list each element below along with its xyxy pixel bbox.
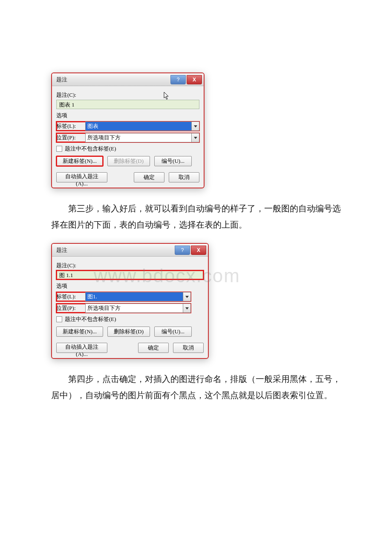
label-row: 标签(L): 图1. xyxy=(56,292,191,301)
exclude-label-text: 题注中不包含标签(E) xyxy=(65,145,116,153)
position-combo-value: 所选项目下方 xyxy=(87,304,121,312)
dialog-title: 题注 xyxy=(56,76,67,84)
label-combo[interactable]: 图1. xyxy=(85,292,191,301)
dialog-title: 题注 xyxy=(56,246,67,254)
position-combo[interactable]: 所选项目下方 xyxy=(85,133,199,142)
chevron-down-icon[interactable] xyxy=(191,122,199,130)
label-button-row: 新建标签(N)... 删除标签(D) 编号(U)... xyxy=(56,327,204,337)
caption-input[interactable]: 图 1.1 xyxy=(56,270,204,280)
step3-paragraph: 第三步，输入好后，就可以看到自动编号的样子了，一般图的自动编号选择在图片的下面，… xyxy=(51,200,341,233)
step4-paragraph: 第四步，点击确定，对插入的图进行命名，排版（一般采用黑体，五号，居中），自动编号… xyxy=(51,371,341,403)
numbering-button[interactable]: 编号(U)... xyxy=(154,327,192,337)
footer-row: 自动插入题注(A)... 确定 取消 xyxy=(56,172,199,182)
auto-caption-button[interactable]: 自动插入题注(A)... xyxy=(56,172,107,182)
ok-button[interactable]: 确定 xyxy=(138,343,169,353)
options-title: 选项 xyxy=(56,112,199,119)
delete-label-button: 删除标签(D) xyxy=(107,156,150,166)
exclude-label-row: 题注中不包含标签(E) xyxy=(56,315,204,323)
exclude-label-row: 题注中不包含标签(E) xyxy=(56,145,199,153)
ok-button[interactable]: 确定 xyxy=(134,172,164,182)
exclude-label-checkbox[interactable] xyxy=(56,316,62,322)
dialog2-wrap: www.bdocx.com 题注 ? X 题注(C): 图 1.1 选项 标签(… xyxy=(51,243,341,359)
caption-input[interactable]: 图表 1 xyxy=(56,100,199,109)
help-button[interactable]: ? xyxy=(170,75,186,84)
caption-label: 题注(C): xyxy=(56,262,204,269)
chevron-down-icon[interactable] xyxy=(183,304,190,312)
label-combo[interactable]: 图表 xyxy=(85,121,199,131)
label-button-row: 新建标签(N)... 删除标签(D) 编号(U)... xyxy=(56,156,199,166)
position-field-label: 位置(P): xyxy=(56,134,83,142)
dialog-body: 题注(C): 图 1.1 选项 标签(L): 图1. 位置(P): 所选项目下方… xyxy=(52,257,208,358)
exclude-label-text: 题注中不包含标签(E) xyxy=(65,315,116,323)
position-combo[interactable]: 所选项目下方 xyxy=(85,304,191,313)
dialog-body: 题注(C): 图表 1 选项 标签(L): 图表 位置(P): 所选项目下方 题… xyxy=(52,86,204,188)
label-combo-value: 图表 xyxy=(87,122,98,130)
auto-caption-button[interactable]: 自动插入题注(A)... xyxy=(56,343,107,353)
footer-row: 自动插入题注(A)... 确定 取消 xyxy=(56,343,204,353)
delete-label-button[interactable]: 删除标签(D) xyxy=(107,327,150,337)
label-field-label: 标签(L): xyxy=(56,293,83,301)
close-button[interactable]: X xyxy=(187,75,202,84)
chevron-down-icon[interactable] xyxy=(191,133,199,142)
chevron-down-icon[interactable] xyxy=(183,292,190,301)
titlebar: 题注 ? X xyxy=(52,244,208,257)
label-row: 标签(L): 图表 xyxy=(56,121,199,131)
caption-dialog-2: 题注 ? X 题注(C): 图 1.1 选项 标签(L): 图1. 位置(P):… xyxy=(51,243,209,359)
caption-dialog-1: 题注 ? X 题注(C): 图表 1 选项 标签(L): 图表 位置(P): 所… xyxy=(51,72,205,188)
options-title: 选项 xyxy=(56,282,204,290)
new-label-button[interactable]: 新建标签(N)... xyxy=(56,156,103,166)
new-label-button[interactable]: 新建标签(N)... xyxy=(56,327,103,337)
label-field-label: 标签(L): xyxy=(56,122,83,130)
position-combo-value: 所选项目下方 xyxy=(87,134,121,142)
cancel-button[interactable]: 取消 xyxy=(173,343,204,353)
window-buttons: ? X xyxy=(170,75,202,84)
exclude-label-checkbox[interactable] xyxy=(56,146,62,152)
cancel-button[interactable]: 取消 xyxy=(169,172,199,182)
help-button[interactable]: ? xyxy=(175,246,190,255)
position-field-label: 位置(P): xyxy=(56,304,83,312)
window-buttons: ? X xyxy=(175,246,206,255)
position-row: 位置(P): 所选项目下方 xyxy=(56,133,199,142)
position-row: 位置(P): 所选项目下方 xyxy=(56,304,191,313)
caption-label: 题注(C): xyxy=(56,91,199,99)
numbering-button[interactable]: 编号(U)... xyxy=(154,156,192,166)
label-combo-value: 图1. xyxy=(87,293,97,301)
titlebar: 题注 ? X xyxy=(52,73,204,86)
close-button[interactable]: X xyxy=(191,246,206,255)
